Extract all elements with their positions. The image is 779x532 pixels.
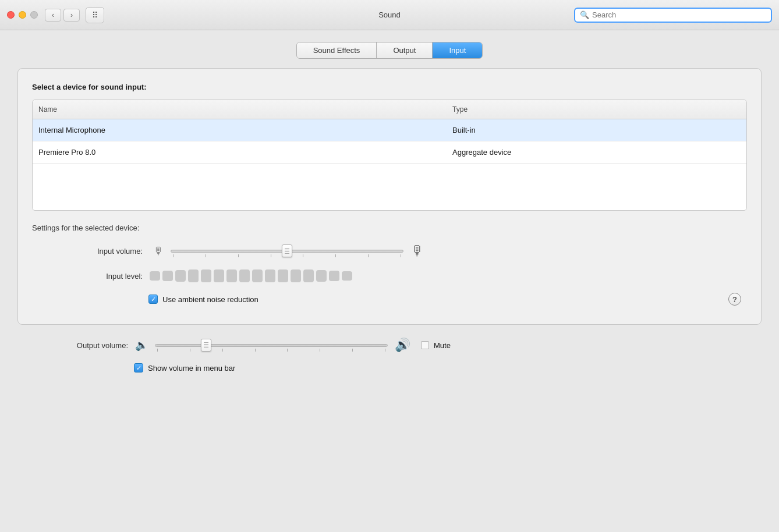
traffic-lights — [7, 11, 38, 19]
output-volume-slider[interactable] — [155, 340, 388, 350]
input-level-bars — [150, 269, 352, 282]
input-level-label: Input level: — [67, 272, 143, 281]
help-button[interactable]: ? — [728, 293, 741, 306]
level-bar — [239, 269, 250, 282]
speaker-low-icon: 🔈 — [135, 339, 148, 352]
search-input[interactable] — [592, 10, 766, 19]
table-row[interactable]: Internal Microphone Built-in — [33, 119, 746, 141]
tab-output[interactable]: Output — [377, 42, 433, 58]
section-title: Select a device for sound input: — [32, 83, 747, 91]
titlebar: ‹ › ⠿ Sound 🔍 — [0, 0, 779, 30]
level-bar — [329, 271, 339, 281]
level-bar — [175, 270, 186, 282]
nav-buttons: ‹ › — [45, 9, 80, 22]
main-content: Sound Effects Output Input Select a devi… — [0, 30, 779, 532]
tab-group: Sound Effects Output Input — [296, 42, 483, 59]
show-volume-label: Show volume in menu bar — [148, 364, 235, 373]
show-volume-checkbox[interactable]: ✓ — [134, 363, 143, 373]
settings-label: Settings for the selected device: — [32, 224, 747, 232]
input-level-row: Input level: — [32, 269, 747, 282]
level-bar — [188, 269, 199, 282]
settings-panel: Select a device for sound input: Name Ty… — [17, 68, 762, 325]
level-bar — [291, 269, 301, 282]
help-icon: ? — [732, 295, 737, 304]
window-title: Sound — [378, 10, 401, 19]
grid-icon: ⠿ — [92, 10, 98, 20]
device-name-0: Internal Microphone — [33, 123, 447, 137]
level-bar — [201, 269, 211, 282]
level-bar — [278, 269, 288, 282]
input-volume-label: Input volume: — [67, 247, 143, 256]
level-bar — [303, 269, 314, 282]
table-spacer — [33, 164, 746, 210]
level-bar — [342, 271, 352, 281]
device-type-0: Built-in — [447, 123, 746, 137]
ambient-noise-label: Use ambient noise reduction — [162, 295, 259, 304]
search-icon: 🔍 — [580, 10, 589, 19]
col-type-header: Type — [447, 103, 746, 116]
checkmark-icon: ✓ — [151, 296, 156, 303]
input-volume-slider[interactable] — [171, 246, 403, 256]
close-button[interactable] — [7, 11, 15, 19]
mute-row: Mute — [421, 341, 451, 350]
checkmark-icon-2: ✓ — [136, 364, 141, 372]
speaker-high-icon: 🔊 — [395, 338, 410, 353]
mute-label: Mute — [434, 341, 451, 350]
level-bar — [265, 269, 275, 282]
search-box[interactable]: 🔍 — [574, 8, 772, 23]
level-bar — [252, 269, 263, 282]
grid-button[interactable]: ⠿ — [86, 7, 104, 23]
tabs-container: Sound Effects Output Input — [17, 42, 762, 59]
output-section: Output volume: 🔈 — [17, 325, 762, 373]
device-type-1: Aggregate device — [447, 146, 746, 159]
slider-bg — [155, 344, 388, 347]
forward-button[interactable]: › — [63, 9, 80, 22]
forward-icon: › — [70, 11, 73, 19]
level-bar — [226, 269, 237, 282]
input-volume-row: Input volume: 🎙 — [32, 243, 747, 259]
table-row[interactable]: Premiere Pro 8.0 Aggregate device — [33, 141, 746, 164]
level-bar — [162, 271, 173, 281]
tab-input[interactable]: Input — [433, 42, 482, 58]
tab-sound-effects[interactable]: Sound Effects — [297, 42, 377, 58]
output-volume-slider-container: 🔈 🔊 — [135, 338, 451, 353]
show-volume-row: ✓ Show volume in menu bar — [17, 363, 762, 373]
device-name-1: Premiere Pro 8.0 — [33, 146, 447, 159]
mute-checkbox[interactable] — [421, 341, 429, 349]
input-volume-slider-container: 🎙 🎙 — [150, 243, 428, 259]
maximize-button[interactable] — [30, 11, 38, 19]
device-table: Name Type Internal Microphone Built-in P… — [32, 100, 747, 211]
back-icon: ‹ — [52, 11, 54, 19]
slider-ticks — [157, 349, 385, 352]
col-name-header: Name — [33, 103, 447, 116]
back-button[interactable]: ‹ — [45, 9, 61, 22]
minimize-button[interactable] — [19, 11, 26, 19]
slider-ticks — [173, 254, 401, 257]
level-bar — [214, 269, 224, 282]
output-volume-row: Output volume: 🔈 — [17, 338, 762, 353]
mic-high-icon: 🎙 — [410, 243, 424, 259]
level-bar — [316, 270, 327, 282]
mic-low-icon: 🎙 — [153, 245, 164, 257]
ambient-noise-checkbox[interactable]: ✓ — [148, 295, 158, 304]
output-volume-label: Output volume: — [52, 341, 128, 350]
level-bar — [150, 271, 160, 281]
table-header: Name Type — [33, 100, 746, 119]
